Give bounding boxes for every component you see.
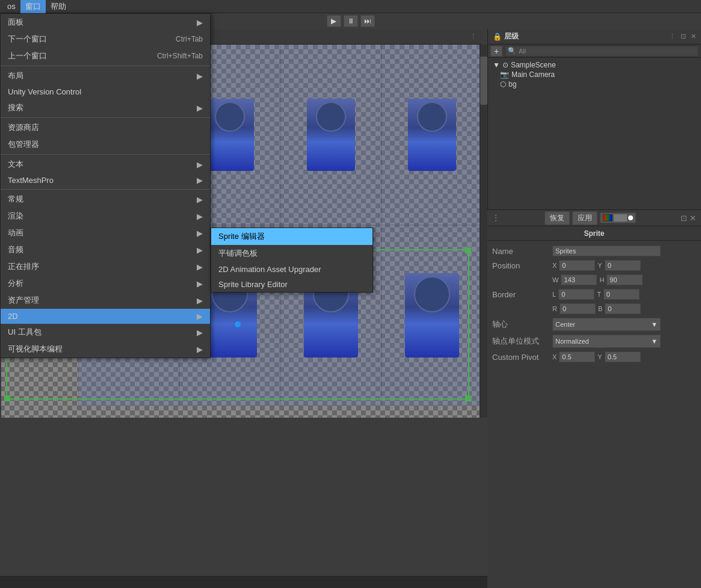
panel-controls: ⊡ ✕ <box>681 214 696 223</box>
hierarchy-search[interactable]: 🔍 All <box>505 46 699 57</box>
step-button[interactable]: ⏭ <box>360 15 375 27</box>
hierarchy-scene[interactable]: ▼ ⊙ SampleScene <box>490 60 699 70</box>
menu-2d[interactable]: 2D ▶ <box>1 309 210 324</box>
sprite-custom-y[interactable] <box>605 351 641 362</box>
sprite-wh-group: W H <box>552 274 643 285</box>
menu-next-window[interactable]: 下一个窗口 Ctrl+Tab <box>1 31 210 48</box>
restore-btn[interactable]: 恢复 <box>545 211 570 225</box>
menu-panels[interactable]: 面板 ▶ <box>1 14 210 31</box>
sprite-position-row: Position X Y <box>492 260 696 271</box>
sprite-custom-x[interactable] <box>559 351 595 362</box>
sprite-editor-header: ⋮ 恢复 应用 ⊡ ✕ <box>487 209 701 226</box>
analysis-arrow: ▶ <box>197 279 203 288</box>
submenu-animation-upgrader[interactable]: 2D Animation Asset Upgrader <box>211 262 372 277</box>
menu-text[interactable]: 文本 ▶ <box>1 156 210 173</box>
audio-arrow: ▶ <box>197 246 203 255</box>
menu-asset-management[interactable]: 资产管理 ▶ <box>1 292 210 309</box>
submenu-sprite-editor[interactable]: Sprite 编辑器 <box>211 228 372 245</box>
hierarchy-header: 🔒 层级 ⋮ ⊡ ✕ <box>488 29 701 45</box>
play-button[interactable]: ▶ <box>327 15 341 27</box>
sprite-custom-pivot-row: Custom Pivot X Y <box>492 351 696 362</box>
menu-textmeshpro[interactable]: TextMeshPro ▶ <box>1 173 210 188</box>
hierarchy-camera[interactable]: 📷 Main Camera <box>490 70 699 79</box>
menu-sequencing[interactable]: 正在排序 ▶ <box>1 258 210 275</box>
2d-arrow: ▶ <box>197 312 203 321</box>
dots-icon: ⋮ <box>492 214 499 222</box>
scrollbar-thumb[interactable] <box>480 57 487 105</box>
menu-visual-scripting[interactable]: 可视化脚本编程 ▶ <box>1 341 210 357</box>
sprite-pivot-row: 轴心 Center ▼ <box>492 318 696 331</box>
sprite-border-r[interactable] <box>560 303 596 314</box>
scene-scrollbar[interactable] <box>480 45 488 418</box>
menu-os[interactable]: os <box>2 1 20 12</box>
pos-x-label: X <box>552 262 557 269</box>
menu-help[interactable]: 帮助 <box>46 0 71 13</box>
menu-prev-window[interactable]: 上一个窗口 Ctrl+Shift+Tab <box>1 48 210 64</box>
hierarchy-bg[interactable]: ⬡ bg <box>490 79 699 89</box>
menu-audio[interactable]: 音频 ▶ <box>1 241 210 258</box>
menu-general[interactable]: 常规 ▶ <box>1 191 210 208</box>
sprite-pos-y[interactable] <box>605 260 641 271</box>
menu-animation[interactable]: 动画 ▶ <box>1 224 210 241</box>
submenu-tile-palette[interactable]: 平铺调色板 <box>211 245 372 262</box>
prev-window-shortcut: Ctrl+Shift+Tab <box>157 52 203 60</box>
hierarchy-add-btn[interactable]: + <box>490 46 502 57</box>
sprite-pos-w[interactable] <box>561 274 597 285</box>
hierarchy-title: 层级 <box>504 31 519 42</box>
sequencing-arrow: ▶ <box>197 262 203 271</box>
hierarchy-maximize[interactable]: ⊡ <box>681 32 686 40</box>
arrow-icon: ▼ <box>493 61 500 69</box>
sprite-cell-4 <box>381 45 481 225</box>
dropdown-unit-arrow: ▼ <box>651 338 658 345</box>
hierarchy-camera-name: Main Camera <box>511 70 555 79</box>
hierarchy-close[interactable]: ✕ <box>691 32 696 40</box>
menu-asset-store[interactable]: 资源商店 <box>1 119 210 136</box>
render-arrow: ▶ <box>197 212 203 221</box>
sprite-border-b[interactable] <box>605 303 641 314</box>
sprite-pivot-unit-label: 轴点单位模式 <box>492 336 552 347</box>
visual-scripting-arrow: ▶ <box>197 345 203 354</box>
search-placeholder: All <box>519 48 526 55</box>
asset-mgmt-arrow: ▶ <box>197 296 203 305</box>
sprite-pos-x[interactable] <box>559 260 595 271</box>
sprite-position-label: Position <box>492 261 552 270</box>
search-arrow: ▶ <box>197 104 203 113</box>
menu-package-manager[interactable]: 包管理器 <box>1 136 210 153</box>
pause-button[interactable]: ⏸ <box>344 15 358 27</box>
sprite-cell-9 <box>381 225 481 406</box>
color-slider[interactable] <box>614 214 627 221</box>
menu-analysis[interactable]: 分析 ▶ <box>1 275 210 292</box>
close-icon[interactable]: ✕ <box>690 214 696 223</box>
apply-btn[interactable]: 应用 <box>572 211 598 225</box>
menu-layout[interactable]: 布局 ▶ <box>1 67 210 84</box>
submenu-sprite-library-editor[interactable]: Sprite Library Editor <box>211 277 372 292</box>
sprite-pivot-unit-dropdown[interactable]: Normalized ▼ <box>552 335 661 348</box>
sprite-border-group2: R B <box>552 303 641 314</box>
sprite-pos-h[interactable] <box>607 274 643 285</box>
layout-arrow: ▶ <box>197 72 203 81</box>
sep1 <box>1 66 210 66</box>
color-preview <box>603 214 613 221</box>
menu-window[interactable]: 窗口 <box>20 0 46 13</box>
pos-h-label: H <box>599 276 604 283</box>
sprite-name-input[interactable]: Sprites <box>552 246 661 256</box>
color-picker[interactable] <box>600 212 636 223</box>
sprite-border-t[interactable] <box>604 289 640 300</box>
menu-ui-toolkit[interactable]: UI 工具包 ▶ <box>1 324 210 341</box>
sprite-pivot-dropdown[interactable]: Center ▼ <box>552 318 661 331</box>
sprite-border-l[interactable] <box>558 289 594 300</box>
hierarchy-scene-name: SampleScene <box>511 61 556 69</box>
menu-version-control[interactable]: Unity Version Control <box>1 84 210 99</box>
menu-search[interactable]: 搜索 ▶ <box>1 99 210 116</box>
menu-render[interactable]: 渲染 ▶ <box>1 208 210 224</box>
hierarchy-options[interactable]: ⋮ <box>669 32 676 40</box>
pivot-unit-value: Normalized <box>555 338 589 345</box>
maximize-icon[interactable]: ⊡ <box>681 214 687 223</box>
sprite-pos-group: X Y <box>552 260 641 271</box>
sprite-border-label: Border <box>492 290 552 299</box>
sprite-border-row: Border L T <box>492 289 696 300</box>
tmp-arrow: ▶ <box>197 176 203 185</box>
sprite-name-row: Name Sprites <box>492 246 696 256</box>
scene-icon: ⊙ <box>502 61 508 69</box>
animation-arrow: ▶ <box>197 229 203 238</box>
